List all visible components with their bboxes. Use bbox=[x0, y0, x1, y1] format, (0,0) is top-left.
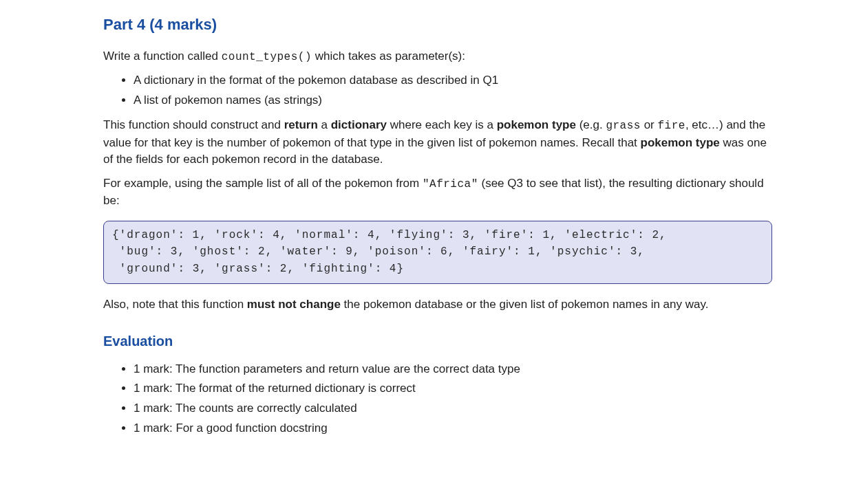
intro-text-2: which takes as parameter(s): bbox=[312, 50, 465, 63]
text: This function should construct and bbox=[103, 118, 284, 131]
evaluation-heading: Evaluation bbox=[103, 331, 772, 351]
intro-text: Write a function called bbox=[103, 50, 222, 63]
text: the pokemon database or the given list o… bbox=[341, 298, 709, 311]
intro-paragraph: Write a function called count_types() wh… bbox=[103, 48, 772, 65]
inline-code: grass bbox=[606, 120, 641, 132]
bold-text: pokemon type bbox=[497, 118, 576, 131]
parameter-list: A dictionary in the format of the pokemo… bbox=[103, 72, 772, 109]
inline-code: "Africa" bbox=[423, 178, 478, 190]
list-item: A list of pokemon names (as strings) bbox=[134, 92, 772, 109]
bold-text: dictionary bbox=[331, 118, 387, 131]
example-output-codeblock: {'dragon': 1, 'rock': 4, 'normal': 4, 'f… bbox=[103, 221, 772, 284]
description-paragraph-2: For example, using the sample list of al… bbox=[103, 175, 772, 210]
text: Also, note that this function bbox=[103, 298, 247, 311]
bold-text: must not change bbox=[247, 298, 341, 311]
list-item: A dictionary in the format of the pokemo… bbox=[134, 72, 772, 89]
assignment-page: Part 4 (4 marks) Write a function called… bbox=[0, 0, 841, 504]
function-name-code: count_types() bbox=[222, 51, 312, 63]
list-item: 1 mark: The format of the returned dicti… bbox=[134, 380, 772, 397]
evaluation-list: 1 mark: The function parameters and retu… bbox=[103, 361, 772, 437]
text: For example, using the sample list of al… bbox=[103, 177, 423, 190]
text: (e.g. bbox=[576, 118, 606, 131]
description-paragraph-1: This function should construct and retur… bbox=[103, 117, 772, 168]
list-item: 1 mark: The function parameters and retu… bbox=[134, 361, 772, 378]
bold-text: pokemon type bbox=[641, 136, 720, 149]
bold-text: return bbox=[284, 118, 318, 131]
inline-code: fire bbox=[657, 120, 685, 132]
text: where each key is a bbox=[387, 118, 497, 131]
text: a bbox=[318, 118, 331, 131]
list-item: 1 mark: The counts are correctly calcula… bbox=[134, 400, 772, 417]
note-paragraph: Also, note that this function must not c… bbox=[103, 296, 772, 314]
part-heading: Part 4 (4 marks) bbox=[103, 14, 772, 36]
text: or bbox=[641, 118, 658, 131]
list-item: 1 mark: For a good function docstring bbox=[134, 420, 772, 437]
